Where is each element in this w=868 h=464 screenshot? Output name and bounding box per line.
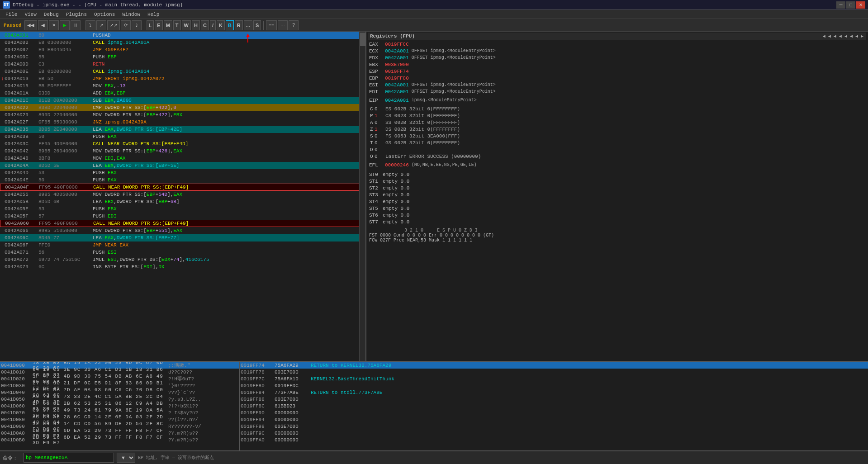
disasm-scrollbar[interactable]: [359, 32, 365, 361]
disasm-row-22[interactable]: 0042A055 8985 4D050000 MOV DWORD PTR SS:…: [0, 191, 365, 198]
stack-row-3[interactable]: 0019FF80 0019FFDC: [240, 382, 868, 389]
toolbar-restart[interactable]: ⤸: [132, 20, 142, 30]
toolbar-stop[interactable]: ✕: [49, 20, 59, 30]
mem-row-11[interactable]: 0041D0B0 DB 59 16 6D EA 52 29 73 FF FF F…: [0, 436, 239, 443]
menu-view[interactable]: View: [21, 11, 40, 18]
toolbar-C[interactable]: C: [201, 20, 209, 30]
disasm-row-16[interactable]: 0042A042 8985 26040000 MOV DWORD PTR SS:…: [0, 147, 365, 155]
toolbar-list[interactable]: ≡≡: [266, 20, 277, 30]
toolbar-S[interactable]: S: [253, 20, 261, 30]
toolbar-W[interactable]: W: [182, 20, 191, 30]
disasm-row-9[interactable]: 0042A01C 81EB 00A00200 SUB EBX,2A000: [0, 97, 365, 104]
stack-row-1[interactable]: 0019FF78 003E7000: [240, 369, 868, 375]
disasm-bytes-31: 6972 74 75616C: [38, 257, 93, 262]
disasm-row-32[interactable]: 0042A079 6C INS BYTE PTR ES:[EDI],DX: [0, 263, 365, 270]
menu-plugins[interactable]: Plugins: [62, 11, 90, 18]
disasm-row-13[interactable]: 0042A035 8D85 2E040000 LEA EAX,DWORD PTR…: [0, 126, 365, 133]
stack-row-9[interactable]: 0019FF98 003E7000: [240, 423, 868, 430]
reg-nav-5[interactable]: ◀: [844, 33, 848, 39]
disasm-row-11[interactable]: 0042A029 899D 22040000 MOV DWORD PTR SS:…: [0, 111, 365, 118]
disasm-row-27[interactable]: 0042A066 8985 51050000 MOV DWORD PTR SS:…: [0, 227, 365, 234]
toolbar-pause[interactable]: ⏸: [71, 20, 81, 30]
disasm-row-3[interactable]: 0042A00C 55 PUSH EBP: [0, 53, 365, 61]
stack-row-7[interactable]: 0019FF90 00000000: [240, 409, 868, 416]
disasm-row-10[interactable]: 0042A022 83BD 22040000 CMP DWORD PTR SS:…: [0, 104, 365, 111]
toolbar-dots[interactable]: ...: [244, 20, 252, 30]
toolbar-help[interactable]: ?: [289, 20, 299, 30]
toolbar-M[interactable]: M: [164, 20, 172, 30]
disasm-row-23[interactable]: 0042A05B 8D5D 6B LEA EBX,DWORD PTR SS:[E…: [0, 198, 365, 205]
disasm-row-29[interactable]: 0042A06F FFE0 JMP NEAR EAX: [0, 241, 365, 249]
cmd-input[interactable]: [24, 453, 114, 463]
toolbar-hex[interactable]: ⋯: [278, 20, 288, 30]
toolbar-T[interactable]: T: [173, 20, 181, 30]
memory-pane[interactable]: 0041D000 18 3B B3 BA 19 1A 22 00 23 BD 0…: [0, 362, 240, 450]
disasm-row-21[interactable]: 0042A04F FF95 490F0000 CALL NEAR DWORD P…: [0, 184, 365, 191]
disasm-row-17[interactable]: 0042A048 8BF8 MOV EDI,EAX: [0, 155, 365, 162]
stack-row-11[interactable]: 0019FFA0 00000000: [240, 436, 868, 443]
toolbar-step-into[interactable]: ⤵: [85, 20, 95, 30]
stack-row-2[interactable]: 0019FF7C 75A6FA10 KERNEL32.BaseThreadIni…: [240, 375, 868, 382]
disasm-row-8[interactable]: 0042A01A 03DD ADD EBX,EBP: [0, 90, 365, 97]
stack-row-0[interactable]: 0019FF74 75A6FA29 RETURN to KERNEL32.75A…: [240, 362, 868, 369]
disasm-row-25[interactable]: 0042A05F 57 PUSH EDI: [0, 213, 365, 220]
toolbar-R[interactable]: R: [235, 20, 243, 30]
disasm-row-31[interactable]: 0042A072 6972 74 75616C IMUL ESI,DWORD P…: [0, 256, 365, 263]
reg-nav-1[interactable]: ◀: [822, 33, 826, 39]
reg-nav-8[interactable]: ▶: [860, 33, 864, 39]
disasm-row-19[interactable]: 0042A04D 53 PUSH EBX: [0, 169, 365, 176]
toolbar-step-out[interactable]: ↗↗: [107, 20, 120, 30]
disasm-row-6[interactable]: ↓ 0042A013 EB 5D JMP SHORT ipmsg.0042A07…: [0, 75, 365, 82]
maximize-button[interactable]: □: [846, 1, 855, 9]
disasm-row-12[interactable]: 0042A02F 0F85 65030000 JNZ ipmsg.0042A39…: [0, 118, 365, 126]
disasm-row-4[interactable]: 0042A00D C3 RETN: [0, 61, 365, 68]
toolbar-rewind[interactable]: ◀◀: [24, 20, 37, 30]
stack-row-10[interactable]: 0019FF9C 00000000: [240, 430, 868, 436]
toolbar-L[interactable]: L: [147, 20, 154, 30]
main-area: 0042A001 60 PUSHAD 0042A002 E8 03000000 …: [0, 32, 868, 361]
disasm-row-30[interactable]: 0042A071 56 PUSH ESI: [0, 249, 365, 256]
stack-row-4[interactable]: 0019FF84 773F7A9E RETURN to ntdll.773F7A…: [240, 389, 868, 396]
disasm-row-0[interactable]: 0042A001 60 PUSHAD: [0, 32, 365, 39]
reg-nav-4[interactable]: ◀: [838, 33, 843, 39]
close-button[interactable]: ✕: [856, 1, 865, 9]
disasm-row-1[interactable]: 0042A002 E8 03000000 CALL ipmsg.0042A00A: [0, 39, 365, 46]
toolbar-slash[interactable]: /: [210, 20, 216, 30]
reg-nav-3[interactable]: ◀: [833, 33, 837, 39]
menu-file[interactable]: File: [2, 11, 21, 18]
menu-debug[interactable]: Debug: [40, 11, 62, 18]
disasm-row-14[interactable]: 0042A03B 50 PUSH EAX: [0, 133, 365, 140]
reg-nav-7[interactable]: ◀: [854, 33, 859, 39]
disasm-mnem-15: CALL NEAR DWORD PTR SS:[EBP+F4D]: [93, 141, 188, 147]
disasm-row-24[interactable]: 0042A05E 53 PUSH EBX: [0, 205, 365, 213]
toolbar-H[interactable]: H: [192, 20, 200, 30]
reg-nav-2[interactable]: ◀: [827, 33, 832, 39]
toolbar-run-to[interactable]: ⟳: [121, 20, 131, 30]
cmd-dropdown[interactable]: ▼: [117, 453, 135, 463]
toolbar-step-over[interactable]: ↗: [96, 20, 106, 30]
disasm-pane[interactable]: 0042A001 60 PUSHAD 0042A002 E8 03000000 …: [0, 32, 366, 361]
menu-window[interactable]: Window: [119, 11, 144, 18]
disasm-row-20[interactable]: 0042A04E 50 PUSH EAX: [0, 176, 365, 184]
disasm-row-7[interactable]: 0042A015 BB EDFFFFFF MOV EBX,-13: [0, 82, 365, 90]
stack-row-8[interactable]: 0019FF94 00000000: [240, 416, 868, 423]
toolbar-back[interactable]: ◀: [38, 20, 48, 30]
disasm-row-2[interactable]: 0042A007 E9 E8045D45 JMP 459FA4F7: [0, 46, 365, 53]
reg-nav-6[interactable]: ◀: [849, 33, 854, 39]
menu-help[interactable]: Help: [144, 11, 163, 18]
toolbar-run[interactable]: ▶: [60, 20, 70, 30]
stack-pane[interactable]: 0019FF74 75A6FA29 RETURN to KERNEL32.75A…: [240, 362, 868, 450]
stack-row-5[interactable]: 0019FF88 003E7000: [240, 396, 868, 402]
disasm-row-26[interactable]: 0042A060 FF95 490F0000 CALL NEAR DWORD P…: [0, 220, 365, 227]
stack-row-6[interactable]: 0019FF8C 81BBD23: [240, 402, 868, 409]
disasm-row-28[interactable]: 0042A06C 8D45 77 LEA EAX,DWORD PTR SS:[E…: [0, 234, 365, 241]
toolbar-K[interactable]: K: [217, 20, 225, 30]
minimize-button[interactable]: ─: [836, 1, 845, 9]
menu-options[interactable]: Options: [90, 11, 119, 18]
toolbar-B[interactable]: B: [226, 20, 234, 30]
disasm-row-5[interactable]: 0042A00E E8 01000000 CALL ipmsg.0042A014: [0, 68, 365, 75]
disasm-row-18[interactable]: 0042A04A 8D5D 5E LEA EBX,DWORD PTR SS:[E…: [0, 162, 365, 169]
toolbar-E[interactable]: E: [155, 20, 162, 30]
disasm-row-15[interactable]: 0042A03C FF95 4D0F0000 CALL NEAR DWORD P…: [0, 140, 365, 147]
flags-section: C 0 ES 002B 32bit 0(FFFFFFFF) P 1 CS 002…: [368, 105, 866, 160]
